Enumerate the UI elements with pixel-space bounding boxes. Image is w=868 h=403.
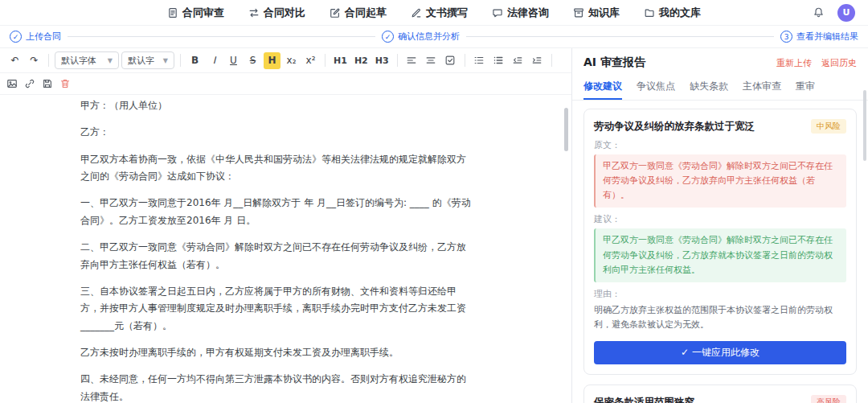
document-area[interactable]: 甲方：（用人单位） 乙方： 甲乙双方本着协商一致，依据《中华人民共和国劳动法》等… <box>0 95 571 403</box>
nav-item-label: 合同审查 <box>182 6 224 20</box>
document-paragraph[interactable]: 乙方未按时办理离职手续的，甲方有权延期支付未发工资及办理离职手续。 <box>80 344 475 361</box>
nav-item-legal-consult[interactable]: 法律咨询 <box>492 6 549 20</box>
outdent-icon[interactable] <box>510 52 526 68</box>
card-title: 保密条款适用范围狭窄 <box>594 395 694 403</box>
notification-bell-icon[interactable] <box>813 6 825 19</box>
nav-item-contract-review[interactable]: 合同审查 <box>167 6 224 20</box>
tab-dispute-focus[interactable]: 争议焦点 <box>637 74 675 100</box>
panel-title: AI 审查报告 <box>583 56 645 70</box>
nav-item-label: 我的文库 <box>659 6 701 20</box>
toolbar-separator <box>48 54 49 67</box>
underline-button[interactable]: U <box>225 52 242 69</box>
subscript-button[interactable]: x₂ <box>283 52 300 69</box>
document-paragraph[interactable]: 二、甲乙双方一致同意《劳动合同》解除时双方之间已不存在任何劳动争议及纠纷，乙方放… <box>80 239 475 273</box>
ai-review-panel: AI 审查报告 重新上传 返回历史 修改建议 争议焦点 缺失条款 主体审查 重审… <box>572 48 868 403</box>
reason-text: 明确乙方放弃主张权益的范围限于本协议签署之日前的劳动权利，避免条款被认定为无效。 <box>594 303 846 332</box>
highlight-button[interactable]: H <box>264 52 280 69</box>
toolbar-separator <box>551 54 552 67</box>
step-view-edit-result[interactable]: 3 查看并编辑结果 <box>780 31 858 43</box>
step-done-icon: ✓ <box>382 31 394 43</box>
original-label: 原文： <box>594 139 846 151</box>
step-done-icon: ✓ <box>10 31 22 43</box>
step-number: 3 <box>780 31 792 43</box>
folder-icon <box>644 7 655 19</box>
pen-icon <box>411 7 422 19</box>
tab-rereview[interactable]: 重审 <box>796 74 815 100</box>
draft-edit-icon <box>330 7 341 19</box>
step-upload-contract[interactable]: ✓ 上传合同 <box>10 31 61 43</box>
top-nav: 合同审查 合同对比 合同起草 文书撰写 法律咨询 知识库 我的文库 <box>0 0 868 26</box>
task-list-icon[interactable] <box>442 52 459 68</box>
card-title: 劳动争议及纠纷的放弃条款过于宽泛 <box>594 119 755 134</box>
document-paragraph[interactable]: 甲乙双方本着协商一致，依据《中华人民共和国劳动法》等相关法律法规的规定就解除双方… <box>80 151 475 186</box>
panel-scrollbar-thumb[interactable] <box>863 90 866 161</box>
risk-badge-high: 高风险 <box>811 395 846 403</box>
indent-icon[interactable] <box>529 52 546 68</box>
document-paragraph[interactable]: 乙方： <box>80 124 475 141</box>
review-card-labor-dispute: 劳动争议及纠纷的放弃条款过于宽泛 中风险 原文： 甲乙双方一致同意《劳动合同》解… <box>583 109 857 375</box>
redo-icon[interactable]: ↷ <box>26 52 43 69</box>
align-center-icon[interactable] <box>423 52 440 68</box>
align-left-icon[interactable] <box>403 52 420 68</box>
document-editor: ↶ ↷ 默认字体 ▼ 默认字 ▼ B I U S H x₂ x² H1 H2 H… <box>0 48 572 403</box>
nav-item-contract-compare[interactable]: 合同对比 <box>248 6 305 20</box>
document-paragraph[interactable]: 四、未经同意，任何一方均不得向第三方泄露本协议书的内容。否则对方有权追究泄秘方的… <box>80 371 475 403</box>
document-paragraph[interactable]: 三、自本协议签署之日起五日内，乙方应将属于甲方的所有财物、文件和资料等归还给甲方… <box>80 283 475 335</box>
nav-item-label: 法律咨询 <box>507 6 549 20</box>
nav-item-contract-draft[interactable]: 合同起草 <box>330 6 387 20</box>
archive-box-icon <box>573 7 584 19</box>
nav-item-label: 合同对比 <box>264 6 305 20</box>
editor-toolbar: ↶ ↷ 默认字体 ▼ 默认字 ▼ B I U S H x₂ x² H1 H2 H… <box>0 48 571 73</box>
superscript-button[interactable]: x² <box>302 52 319 69</box>
step-connector <box>466 36 774 37</box>
document-body[interactable]: 甲方：（用人单位） 乙方： 甲乙双方本着协商一致，依据《中华人民共和国劳动法》等… <box>80 97 475 403</box>
suggestion-label: 建议： <box>594 213 846 225</box>
nav-item-document-writing[interactable]: 文书撰写 <box>411 6 468 20</box>
toolbar-separator <box>397 54 398 67</box>
heading3-button[interactable]: H3 <box>373 52 391 69</box>
ordered-list-icon[interactable] <box>471 52 488 68</box>
nav-item-my-library[interactable]: 我的文库 <box>644 6 701 20</box>
report-tabs: 修改建议 争议焦点 缺失条款 主体审查 重审 <box>572 74 868 101</box>
delete-trash-icon[interactable] <box>59 76 71 92</box>
review-cards-list: 劳动争议及纠纷的放弃条款过于宽泛 中风险 原文： 甲乙双方一致同意《劳动合同》解… <box>572 101 868 403</box>
heading1-button[interactable]: H1 <box>331 52 350 69</box>
tab-missing-clauses[interactable]: 缺失条款 <box>690 74 728 100</box>
progress-steps: ✓ 上传合同 ✓ 确认信息并分析 3 查看并编辑结果 <box>0 26 868 48</box>
document-paragraph[interactable]: 甲方：（用人单位） <box>80 97 475 114</box>
tab-subject-review[interactable]: 主体审查 <box>743 74 781 100</box>
reupload-link[interactable]: 重新上传 <box>776 57 812 69</box>
unordered-list-icon[interactable] <box>490 52 507 68</box>
chat-bubble-icon <box>492 7 503 19</box>
compare-arrows-icon <box>248 7 260 19</box>
nav-item-label: 合同起草 <box>345 6 387 20</box>
back-history-link[interactable]: 返回历史 <box>821 57 857 69</box>
original-text: 甲乙双方一致同意《劳动合同》解除时双方之间已不存在任何劳动争议及纠纷，乙方放弃向… <box>594 154 846 208</box>
chevron-down-icon: ▼ <box>108 57 113 64</box>
font-size-select[interactable]: 默认字 ▼ <box>121 51 174 69</box>
apply-fix-button[interactable]: ✓ 一键应用此修改 <box>594 341 846 364</box>
toolbar-separator <box>325 54 326 67</box>
italic-button[interactable]: I <box>206 52 223 69</box>
user-avatar[interactable]: U <box>837 4 855 22</box>
document-paragraph[interactable]: 一、甲乙双方一致同意于2016年 月__日解除双方于 年 月__日签订的编号为:… <box>80 195 475 229</box>
strikethrough-button[interactable]: S <box>244 52 261 69</box>
contract-review-icon <box>167 7 178 19</box>
heading2-button[interactable]: H2 <box>352 52 371 69</box>
editor-toolbar-secondary <box>0 73 571 95</box>
risk-badge-medium: 中风险 <box>811 119 846 134</box>
font-family-select[interactable]: 默认字体 ▼ <box>55 51 119 69</box>
tab-suggestions[interactable]: 修改建议 <box>583 74 622 100</box>
undo-icon[interactable]: ↶ <box>6 52 23 69</box>
step-confirm-analyze[interactable]: ✓ 确认信息并分析 <box>382 31 460 43</box>
bold-button[interactable]: B <box>186 52 203 69</box>
editor-scrollbar-thumb[interactable] <box>564 108 568 151</box>
nav-item-label: 知识库 <box>588 6 620 20</box>
reason-label: 理由： <box>594 288 846 300</box>
step-connector <box>68 36 375 37</box>
review-card-confidentiality: 保密条款适用范围狭窄 高风险 原文： 未经同意，任何一方均不得向第三方泄露本协议… <box>583 384 857 403</box>
save-icon[interactable] <box>42 76 53 92</box>
insert-image-icon[interactable] <box>6 76 18 92</box>
nav-item-knowledge-base[interactable]: 知识库 <box>573 6 620 20</box>
insert-link-icon[interactable] <box>24 76 35 92</box>
